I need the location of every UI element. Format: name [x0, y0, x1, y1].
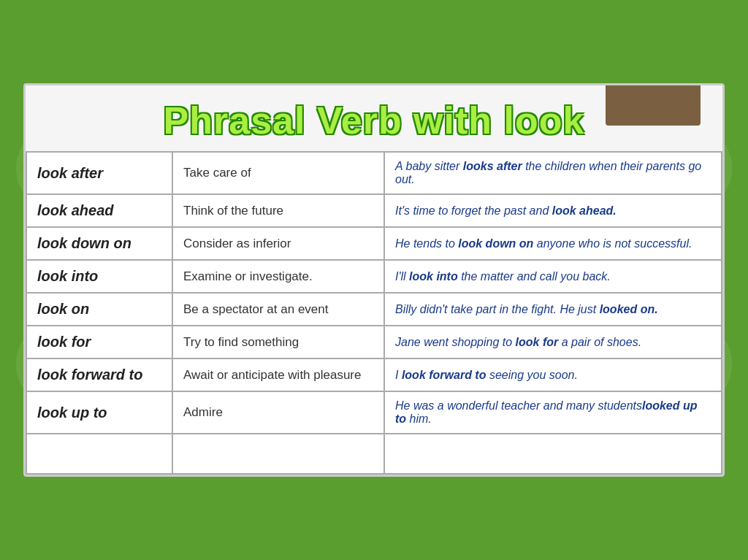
example-text-plain: Billy didn't take part in the fight. He … [395, 303, 600, 315]
example-text-end: anyone who is not successful. [533, 237, 692, 250]
example-text-bold: look for [516, 336, 559, 348]
example-text-plain: I [395, 369, 402, 381]
table-wrapper: look afterTake care ofA baby sitter look… [26, 151, 722, 475]
table-row: look onBe a spectator at an eventBilly d… [26, 293, 722, 326]
example-text-plain: Jane went shopping to [395, 336, 516, 348]
table-row: look forTry to find somethingJane went s… [26, 326, 722, 358]
example-text-plain: It's time to forget the past and [395, 204, 552, 217]
example-text-plain: He tends to [395, 237, 458, 250]
header: Phrasal Verb with look [26, 85, 722, 151]
phrase-cell: look up to [26, 391, 172, 434]
table-row: look forward toAwait or anticipate with … [26, 358, 722, 391]
phrase-cell: look for [26, 326, 172, 358]
definition-cell: Admire [172, 391, 384, 434]
example-text-bold: look down on [458, 237, 533, 250]
definition-cell: Think of the future [172, 194, 384, 227]
table-row: look afterTake care ofA baby sitter look… [26, 152, 722, 194]
phrase-cell: look after [26, 152, 172, 194]
example-cell: Jane went shopping to look for a pair of… [384, 326, 722, 358]
header-brown-box [606, 85, 701, 126]
example-text-plain: He was a wonderful teacher and many stud… [395, 399, 642, 412]
table-row: look intoExamine or investigate.I'll loo… [26, 260, 722, 293]
definition-cell: Take care of [172, 152, 384, 194]
definition-cell: Await or anticipate with pleasure [172, 358, 384, 391]
table-row: look aheadThink of the futureIt's time t… [26, 194, 722, 227]
definition-cell: Consider as inferior [172, 227, 384, 260]
phrasal-verb-table: look afterTake care ofA baby sitter look… [26, 151, 722, 475]
table-row [26, 434, 722, 474]
example-cell: It's time to forget the past and look ah… [384, 194, 722, 227]
example-cell: Billy didn't take part in the fight. He … [384, 293, 722, 326]
phrase-cell: look down on [26, 227, 172, 260]
example-text-end: him. [406, 413, 432, 425]
table-row: look down onConsider as inferiorHe tends… [26, 227, 722, 260]
example-text-bold: look ahead. [552, 204, 617, 217]
example-text-end: seeing you soon. [486, 369, 577, 381]
example-cell: I'll look into the matter and call you b… [384, 260, 722, 293]
example-text-end: a pair of shoes. [558, 336, 641, 348]
definition-cell: Be a spectator at an event [172, 293, 384, 326]
definition-cell: Try to find something [172, 326, 384, 358]
example-text-bold: look into [409, 270, 458, 283]
example-cell: I look forward to seeing you soon. [384, 358, 722, 391]
phrase-cell: look forward to [26, 358, 172, 391]
phrase-cell: look ahead [26, 194, 172, 227]
example-cell: He was a wonderful teacher and many stud… [384, 391, 722, 434]
phrase-cell: look into [26, 260, 172, 293]
example-cell: He tends to look down on anyone who is n… [384, 227, 722, 260]
example-text-bold: looked on. [600, 303, 658, 315]
example-text-plain: A baby sitter [395, 160, 463, 172]
empty-def [172, 434, 384, 474]
main-card: Phrasal Verb with look look afterTake ca… [23, 83, 725, 477]
empty-phrase [26, 434, 172, 474]
phrase-cell: look on [26, 293, 172, 326]
example-text-bold: looks after [463, 160, 522, 172]
example-cell: A baby sitter looks after the children w… [384, 152, 722, 194]
empty-example [384, 434, 722, 474]
definition-cell: Examine or investigate. [172, 260, 384, 293]
example-text-plain: I'll [395, 270, 409, 283]
example-text-end: the matter and call you back. [458, 270, 611, 283]
example-text-bold: look forward to [402, 369, 486, 381]
table-row: look up toAdmireHe was a wonderful teach… [26, 391, 722, 434]
